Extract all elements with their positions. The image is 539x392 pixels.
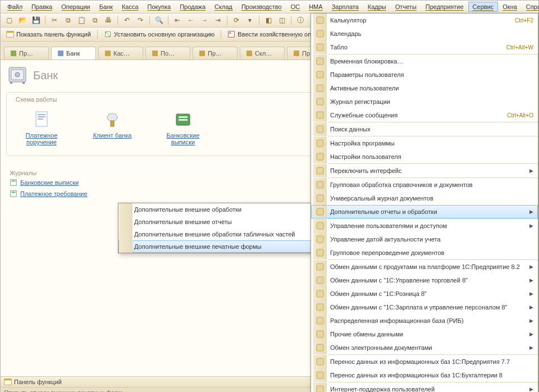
svg-rect-38 (4, 379, 11, 381)
windows-icon[interactable]: ◫ (276, 14, 288, 26)
service-item-34[interactable]: Перенос данных из информационных баз 1С:… (311, 368, 538, 382)
paste-icon[interactable]: 📋 (75, 14, 88, 26)
svg-rect-17 (22, 82, 25, 84)
service-menu[interactable]: КалькуляторCtrl+F2КалендарьТаблоCtrl+Alt… (310, 13, 538, 392)
menu-окна[interactable]: Окна (498, 2, 522, 12)
search-icon[interactable]: 🔍 (153, 14, 165, 26)
enter-biz-op-button[interactable]: Ввести хозяйственную опер (224, 30, 321, 38)
tab-5[interactable]: Скл… (240, 47, 285, 60)
menu-касса[interactable]: Касса (117, 2, 143, 12)
service-item-0[interactable]: КалькуляторCtrl+F2 (311, 13, 538, 27)
submenu-item-3[interactable]: Дополнительные внешние печатные формы (118, 240, 314, 253)
menu-продажа[interactable]: Продажа (175, 2, 210, 12)
service-item-12[interactable]: Настройка программы (311, 136, 538, 150)
open-icon[interactable]: 📂 (16, 14, 29, 26)
scheme-item-0[interactable]: Платежное поручение (15, 110, 68, 145)
menu-покупка[interactable]: Покупка (143, 2, 176, 12)
nav-prev-icon[interactable]: ← (185, 14, 197, 26)
service-item-30[interactable]: Прочие обмены данными▶ (311, 327, 538, 341)
service-item-18[interactable]: Универсальный журнал документов (311, 192, 538, 205)
set-main-org-button[interactable]: Установить основную организацию (101, 30, 218, 38)
tab-2[interactable]: Кас… (98, 47, 143, 60)
svg-rect-42 (317, 58, 323, 65)
service-item-36[interactable]: Интернет-поддержка пользователей▶ (311, 382, 538, 392)
nav-next-icon[interactable]: → (198, 14, 211, 26)
service-item-27[interactable]: Обмен данными с "1С:Розница 8"▶ (311, 287, 538, 300)
submenu-item-0[interactable]: Дополнительные внешние обработки (118, 203, 314, 216)
menu-кадры[interactable]: Кадры (363, 2, 391, 12)
tree-icon[interactable]: ◧ (262, 14, 275, 26)
cut-icon[interactable]: ✂ (48, 14, 61, 26)
menu-производство[interactable]: Производство (237, 2, 286, 12)
journal-link-0[interactable]: Банковские выписки (10, 179, 122, 186)
new-doc-icon[interactable]: ▢ (3, 14, 15, 26)
menu-сервис[interactable]: Сервис (468, 2, 499, 12)
menu-зарплата[interactable]: Зарплата (327, 2, 363, 12)
tab-3[interactable]: По… (145, 47, 190, 60)
menu-справка[interactable]: Справка (522, 2, 539, 12)
menu-файл[interactable]: Файл (3, 2, 27, 12)
help-icon[interactable]: ⓘ (294, 14, 307, 26)
service-item-2[interactable]: ТаблоCtrl+Alt+W (311, 40, 538, 54)
nav-last-icon[interactable]: ⇥ (212, 14, 224, 26)
show-panel-funcs-button[interactable]: Показать панель функций (3, 30, 94, 38)
svg-rect-43 (317, 71, 323, 78)
submenu-extra-reports[interactable]: Дополнительные внешние обработкиДополнит… (118, 203, 314, 253)
service-item-19[interactable]: Дополнительные отчеты и обработки▶ (311, 205, 538, 218)
menu-ос[interactable]: ОС (286, 2, 305, 12)
svg-rect-16 (10, 82, 12, 84)
submenu-item-1[interactable]: Дополнительные внешние отчеты (118, 216, 314, 228)
service-item-13[interactable]: Настройки пользователя (311, 150, 538, 163)
filter-icon[interactable]: ▾ (244, 14, 256, 26)
svg-rect-1 (7, 31, 13, 33)
menu-предприятие[interactable]: Предприятие (421, 2, 468, 12)
service-item-25[interactable]: Обмен данными с продуктами на платформе … (311, 260, 538, 274)
service-item-7[interactable]: Журнал регистрации (311, 95, 538, 108)
tab-4[interactable]: Пр… (193, 47, 237, 60)
service-item-17[interactable]: Групповая обработка справочников и докум… (311, 178, 538, 192)
service-item-6[interactable]: Активные пользователи (311, 81, 538, 95)
menubar[interactable]: ФайлПравкаОперацииБанкКассаПокупкаПродаж… (1, 1, 538, 13)
service-item-15[interactable]: Переключить интерфейс▶ (311, 164, 538, 177)
service-item-33[interactable]: Перенос данных из информационных баз 1С:… (311, 355, 538, 368)
submenu-item-2[interactable]: Дополнительные внешние обработки табличн… (118, 228, 314, 240)
tab-0[interactable]: Пр… (4, 47, 49, 60)
svg-rect-45 (317, 98, 323, 105)
print-icon[interactable]: 🖶 (102, 14, 115, 26)
journal-link-1[interactable]: Платежное требование (10, 190, 122, 198)
panel-icon (4, 378, 12, 386)
undo-icon[interactable]: ↶ (121, 14, 133, 26)
service-item-5[interactable]: Параметры пользователя (311, 68, 538, 81)
service-item-28[interactable]: Обмен данными с "1С:Зарплата и управлени… (311, 300, 538, 314)
service-item-10[interactable]: Поиск данных (311, 122, 538, 136)
menu-правка[interactable]: Правка (27, 2, 57, 12)
service-item-22[interactable]: Управление датой актуальности учета (311, 233, 538, 246)
service-item-4[interactable]: Временная блокировка… (311, 54, 538, 68)
svg-rect-64 (317, 358, 323, 365)
menu-нма[interactable]: НМА (304, 2, 327, 12)
svg-rect-44 (317, 85, 323, 92)
service-item-29[interactable]: Распределенная информационная база (РИБ)… (311, 314, 538, 327)
service-item-1[interactable]: Календарь (311, 27, 538, 40)
service-item-23[interactable]: Групповое перепроведение документов (311, 246, 538, 259)
menu-отчеты[interactable]: Отчеты (391, 2, 421, 12)
svg-rect-61 (317, 317, 323, 324)
svg-rect-56 (317, 249, 323, 256)
service-item-26[interactable]: Обмен данными с "1С:Управление торговлей… (311, 274, 538, 287)
save-icon[interactable]: 💾 (30, 14, 42, 26)
tab-1[interactable]: Банк (51, 47, 96, 60)
service-item-21[interactable]: Управление пользователями и доступом▶ (311, 219, 538, 233)
scheme-item-2[interactable]: Банковские выписки (156, 110, 210, 145)
clone-icon[interactable]: ⧉ (89, 14, 101, 26)
menu-склад[interactable]: Склад (210, 2, 237, 12)
scheme-item-1[interactable]: Клиент банка (85, 110, 139, 145)
menu-банк[interactable]: Банк (95, 2, 117, 12)
copy-icon[interactable]: ⧉ (62, 14, 74, 26)
service-item-31[interactable]: Обмен электронными документами▶ (311, 341, 538, 354)
nav-first-icon[interactable]: ⇤ (171, 14, 184, 26)
redo-icon[interactable]: ↷ (134, 14, 147, 26)
menu-операции[interactable]: Операции (57, 2, 94, 12)
svg-rect-48 (317, 140, 323, 147)
service-item-8[interactable]: Служебные сообщенияCtrl+Alt+O (311, 108, 538, 122)
refresh-icon[interactable]: ⟳ (230, 14, 243, 26)
